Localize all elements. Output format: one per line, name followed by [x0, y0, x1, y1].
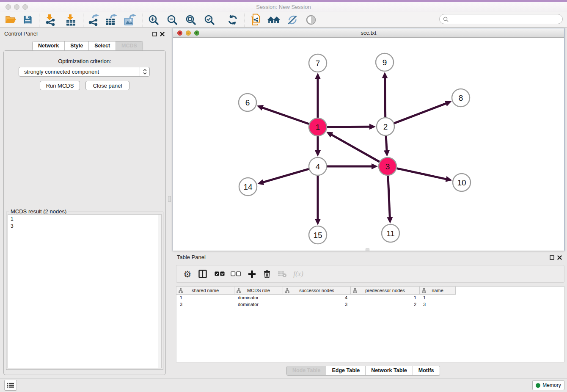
node-15[interactable]: 15: [309, 226, 327, 244]
control-panel-float-button[interactable]: [151, 31, 157, 37]
network-canvas[interactable]: 1234678910111415: [173, 38, 564, 251]
network-from-selection-button[interactable]: [248, 13, 264, 27]
memory-button[interactable]: Memory: [532, 380, 564, 390]
table-cell[interactable]: dominator: [234, 301, 283, 308]
task-history-button[interactable]: [4, 380, 17, 391]
table-cell[interactable]: 2: [351, 301, 420, 308]
export-table-button[interactable]: [103, 13, 119, 27]
node-6[interactable]: 6: [239, 94, 256, 111]
toolbar-separator: [83, 13, 83, 27]
style-brush-icon: [287, 14, 298, 25]
add-column-button[interactable]: [245, 268, 259, 280]
node-14[interactable]: 14: [239, 178, 257, 196]
edge-1-2[interactable]: [327, 127, 370, 127]
function-builder-button[interactable]: f(x): [292, 268, 305, 280]
table-settings-button[interactable]: ⚙: [181, 268, 194, 280]
edge-2-9[interactable]: [385, 77, 385, 117]
zoom-out-button[interactable]: [164, 13, 180, 27]
optimization-dropdown[interactable]: strongly connected component: [19, 67, 150, 77]
column-header-shared-name[interactable]: shared name: [176, 287, 234, 295]
select-all-button[interactable]: [213, 268, 226, 280]
tab-network[interactable]: Network: [33, 41, 65, 50]
fx-icon: f(x): [293, 270, 303, 278]
edge-2-8[interactable]: [394, 103, 447, 123]
node-9[interactable]: 9: [376, 53, 394, 71]
tab-node-table[interactable]: Node Table: [287, 366, 326, 375]
table-row[interactable]: 3dominator323: [176, 301, 564, 308]
edge-2-3[interactable]: [386, 136, 387, 151]
table-row[interactable]: 1dominator411: [176, 295, 564, 301]
table-cell[interactable]: 3: [176, 301, 234, 308]
delete-table-icon: [278, 270, 287, 278]
table-cell[interactable]: 4: [283, 295, 351, 301]
column-visibility-button[interactable]: [196, 268, 209, 280]
tab-style[interactable]: Style: [65, 41, 89, 50]
table-cell[interactable]: dominator: [234, 295, 283, 301]
node-2[interactable]: 2: [377, 118, 394, 135]
column-header-successor-nodes[interactable]: successor nodes: [283, 287, 351, 295]
edge-3-10[interactable]: [396, 168, 446, 179]
horizontal-splitter-handle[interactable]: [366, 248, 369, 251]
node-4[interactable]: 4: [309, 157, 327, 175]
first-neighbors-button[interactable]: [266, 13, 282, 27]
column-header-predecessor-nodes[interactable]: predecessor nodes: [351, 287, 420, 295]
network-graph[interactable]: 1234678910111415: [173, 38, 564, 251]
node-7[interactable]: 7: [309, 54, 327, 72]
table-cell[interactable]: 3: [420, 301, 456, 308]
delete-column-button[interactable]: [260, 268, 274, 280]
zoom-fit-button[interactable]: [183, 13, 199, 27]
tab-edge-table[interactable]: Edge Table: [326, 366, 366, 375]
result-scrollbar[interactable]: [158, 215, 161, 368]
open-file-button[interactable]: [3, 13, 19, 27]
edge-4-14[interactable]: [263, 169, 309, 182]
network-window-titlebar[interactable]: × − + scc.txt: [173, 28, 564, 38]
search-input[interactable]: [450, 15, 562, 23]
save-icon: [23, 15, 33, 25]
table-panel-close-button[interactable]: [556, 254, 562, 260]
deselect-all-button[interactable]: [229, 268, 242, 280]
search-field: [439, 14, 563, 24]
column-header-MCDS-role[interactable]: MCDS role: [234, 287, 283, 295]
tab-network-table[interactable]: Network Table: [366, 366, 413, 375]
node-8[interactable]: 8: [452, 89, 470, 107]
edge-1-6[interactable]: [262, 108, 309, 124]
zoom-selected-button[interactable]: [201, 13, 217, 27]
control-panel-close-button[interactable]: [159, 31, 165, 37]
delete-table-button[interactable]: [275, 268, 289, 280]
node-3[interactable]: 3: [379, 157, 396, 175]
node-11[interactable]: 11: [382, 224, 399, 242]
node-1[interactable]: 1: [309, 118, 327, 136]
node-label: 14: [243, 182, 253, 191]
node-table-header: shared nameMCDS rolesuccessor nodesprede…: [176, 287, 456, 295]
run-mcds-button[interactable]: Run MCDS: [40, 81, 80, 90]
close-panel-button[interactable]: Close panel: [85, 81, 129, 90]
float-icon: [550, 255, 554, 260]
node-table: shared nameMCDS rolesuccessor nodesprede…: [176, 286, 564, 362]
import-network-button[interactable]: [42, 13, 58, 27]
vertical-splitter-handle[interactable]: [168, 196, 171, 202]
attribute-icon: [237, 288, 241, 293]
tab-motifs[interactable]: Motifs: [413, 366, 440, 375]
node-10[interactable]: 10: [453, 174, 471, 191]
tab-select[interactable]: Select: [89, 41, 116, 50]
table-cell[interactable]: 3: [283, 301, 351, 308]
refresh-button[interactable]: [225, 13, 241, 27]
table-cell[interactable]: 1: [351, 295, 420, 301]
column-header-name[interactable]: name: [420, 287, 456, 295]
table-cell[interactable]: 1: [176, 295, 234, 301]
node-label: 11: [386, 229, 395, 238]
import-table-button[interactable]: [63, 13, 79, 27]
graphics-details-button[interactable]: [303, 13, 319, 27]
mcds-result-area[interactable]: 1 3: [8, 214, 162, 368]
edge-3-1[interactable]: [331, 135, 379, 162]
save-session-button[interactable]: [19, 13, 36, 27]
export-network-button[interactable]: [85, 13, 102, 27]
style-brush-button[interactable]: [284, 13, 300, 27]
import-network-icon: [45, 14, 56, 26]
table-cell[interactable]: 1: [420, 295, 456, 301]
tab-mcds[interactable]: MCDS: [116, 41, 143, 50]
zoom-in-button[interactable]: [146, 13, 162, 27]
table-panel-float-button[interactable]: [549, 254, 555, 260]
edge-3-11[interactable]: [388, 176, 390, 218]
export-image-button[interactable]: [122, 13, 138, 27]
